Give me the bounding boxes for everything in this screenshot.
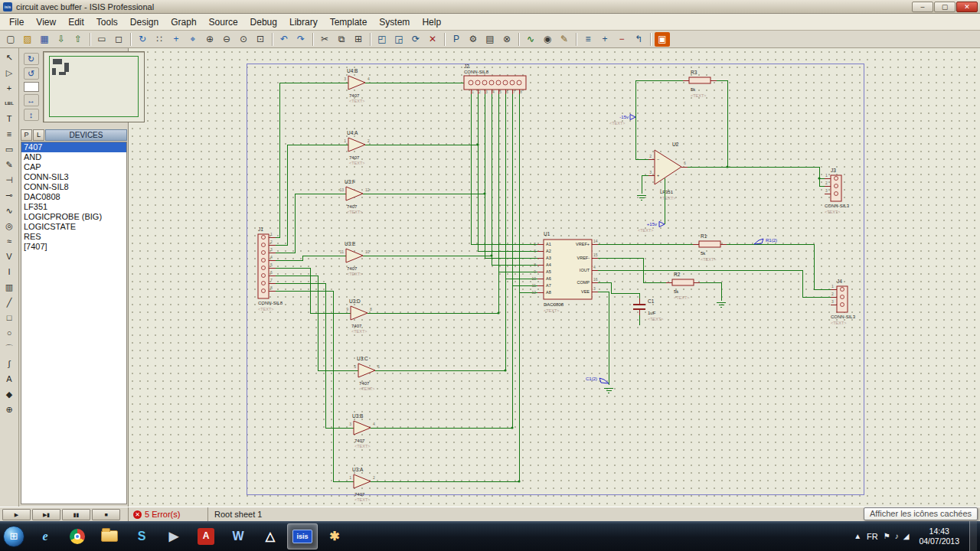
false-origin-icon[interactable]: + — [168, 32, 184, 47]
open-design-icon[interactable]: ▨ — [20, 32, 35, 47]
junction-dot-icon[interactable]: + — [2, 80, 18, 96]
menu-help[interactable]: Help — [416, 15, 447, 30]
device-item[interactable]: DAC0808 — [21, 192, 126, 202]
wire-autorouter-icon[interactable]: ∿ — [523, 32, 538, 47]
wire[interactable] — [688, 167, 825, 186]
wire[interactable] — [276, 194, 346, 253]
component-u3b[interactable] — [354, 421, 371, 435]
pick-devices-button[interactable]: P — [21, 129, 32, 141]
wire-label-icon[interactable]: LBL — [2, 96, 18, 111]
pick-parts-icon[interactable]: P — [449, 32, 464, 47]
wire[interactable] — [276, 145, 348, 245]
media-app-icon[interactable]: ▶ — [158, 523, 189, 549]
graphics-line-icon[interactable]: ╱ — [2, 295, 18, 310]
menu-graph[interactable]: Graph — [165, 15, 202, 30]
wire[interactable] — [598, 282, 639, 298]
component-r2[interactable] — [672, 279, 694, 285]
save-design-icon[interactable]: ▦ — [37, 32, 52, 47]
redraw-icon[interactable]: ↻ — [135, 32, 150, 47]
clock[interactable]: 14:43 04/07/2013 — [914, 527, 964, 546]
show-desktop-button[interactable] — [969, 521, 977, 551]
mirror-v-button[interactable]: ↕ — [24, 109, 39, 121]
instant-edit-icon[interactable]: ✎ — [2, 157, 18, 172]
wire[interactable] — [276, 283, 354, 428]
close-button[interactable]: ✕ — [956, 2, 978, 12]
wire[interactable] — [365, 83, 537, 244]
schematic-canvas[interactable]: U4:B7407<TEXT>34U4:A7407<TEXT>12U3:F7407… — [129, 48, 980, 507]
menu-system[interactable]: System — [373, 15, 416, 30]
text-script-icon[interactable]: T — [2, 111, 18, 126]
component-r3[interactable] — [689, 77, 710, 83]
paint-icon[interactable]: ✱ — [319, 523, 350, 549]
cut-icon[interactable]: ✂ — [317, 32, 332, 47]
menu-edit[interactable]: Edit — [62, 15, 90, 30]
play-button[interactable]: ▶ — [2, 509, 31, 520]
wire[interactable] — [276, 291, 354, 481]
decompose-icon[interactable]: ⊗ — [499, 32, 514, 47]
rotate-ccw-button[interactable]: ↺ — [24, 67, 39, 80]
remove-sheet-icon[interactable]: − — [614, 32, 629, 47]
file-explorer-icon[interactable] — [94, 523, 125, 549]
zoom-in-icon[interactable]: ⊕ — [202, 32, 217, 47]
wire[interactable] — [276, 83, 348, 237]
component-u3a[interactable] — [354, 474, 371, 488]
ares-netlist-icon[interactable]: ▣ — [655, 32, 670, 47]
voltage-probe[interactable] — [754, 239, 763, 244]
component-r1[interactable] — [699, 241, 720, 247]
virtual-instruments-icon[interactable]: ▥ — [2, 279, 18, 295]
exit-to-parent-icon[interactable]: ↰ — [631, 32, 646, 47]
subcircuit-icon[interactable]: ▭ — [2, 142, 18, 157]
adobe-reader-icon[interactable]: A — [191, 523, 221, 549]
rotate-cw-button[interactable]: ↻ — [24, 53, 39, 65]
ground-symbol[interactable] — [637, 195, 646, 200]
stop-button[interactable]: ■ — [92, 509, 120, 520]
device-item[interactable]: LOGICPROBE (BIG) — [21, 212, 126, 222]
graphics-text-icon[interactable]: A — [2, 371, 18, 386]
voltage-probe[interactable] — [599, 378, 609, 383]
menu-source[interactable]: Source — [203, 15, 244, 30]
mark-output-area-icon[interactable]: ◻ — [111, 32, 126, 47]
menu-view[interactable]: View — [30, 15, 62, 30]
language-indicator[interactable]: FR — [867, 532, 878, 541]
graphics-box-icon[interactable]: □ — [2, 310, 18, 325]
center-at-cursor-icon[interactable]: ⌖ — [185, 32, 201, 47]
device-item[interactable]: RES — [21, 232, 126, 242]
packaging-tool-icon[interactable]: ▤ — [482, 32, 498, 47]
start-button[interactable]: ⊞ — [3, 526, 24, 547]
search-tag-icon[interactable]: ◉ — [540, 32, 555, 47]
component-u4b[interactable] — [348, 76, 365, 90]
graphics-symbol-icon[interactable]: ◆ — [2, 386, 18, 402]
property-assignment-icon[interactable]: ✎ — [557, 32, 572, 47]
component-mode-icon[interactable]: ▷ — [2, 65, 18, 80]
generator-mode-icon[interactable]: ≈ — [2, 233, 18, 249]
graph-mode-icon[interactable]: ∿ — [2, 203, 18, 218]
component-j3[interactable] — [831, 175, 841, 201]
wire[interactable] — [276, 276, 358, 370]
new-design-icon[interactable]: ▢ — [3, 32, 18, 47]
component-u2[interactable] — [655, 150, 681, 184]
wire[interactable] — [727, 244, 831, 289]
terminal-mode-icon[interactable]: ⊣ — [2, 172, 18, 187]
paste-icon[interactable]: ⊞ — [351, 32, 366, 47]
device-item[interactable]: [7407] — [21, 242, 126, 252]
undo-icon[interactable]: ↶ — [276, 32, 292, 47]
design-explorer-icon[interactable]: ≡ — [580, 32, 596, 47]
component-u3e[interactable] — [346, 249, 363, 262]
skype-icon[interactable]: S — [126, 523, 157, 549]
word-icon[interactable]: W — [223, 523, 253, 549]
graphics-path-icon[interactable]: ∫ — [2, 356, 18, 371]
graphics-circle-icon[interactable]: ○ — [2, 325, 18, 341]
pause-button[interactable]: ▮▮ — [62, 509, 90, 520]
component-u3c[interactable] — [358, 364, 375, 377]
device-item[interactable]: LOGICSTATE — [21, 222, 126, 232]
device-item[interactable]: CONN-SIL8 — [21, 182, 126, 192]
wire[interactable] — [276, 256, 346, 260]
zoom-area-icon[interactable]: ⊡ — [253, 32, 268, 47]
current-probe-icon[interactable]: I — [2, 264, 18, 279]
new-sheet-icon[interactable]: + — [597, 32, 612, 47]
prism-app-icon[interactable]: △ — [255, 523, 286, 549]
title-bar[interactable]: isis circuit avec buffer - ISIS Professi… — [0, 0, 980, 14]
wire[interactable] — [478, 94, 537, 251]
action-center-icon[interactable]: ⚑ — [884, 532, 890, 540]
tape-recorder-icon[interactable]: ◎ — [2, 218, 18, 233]
